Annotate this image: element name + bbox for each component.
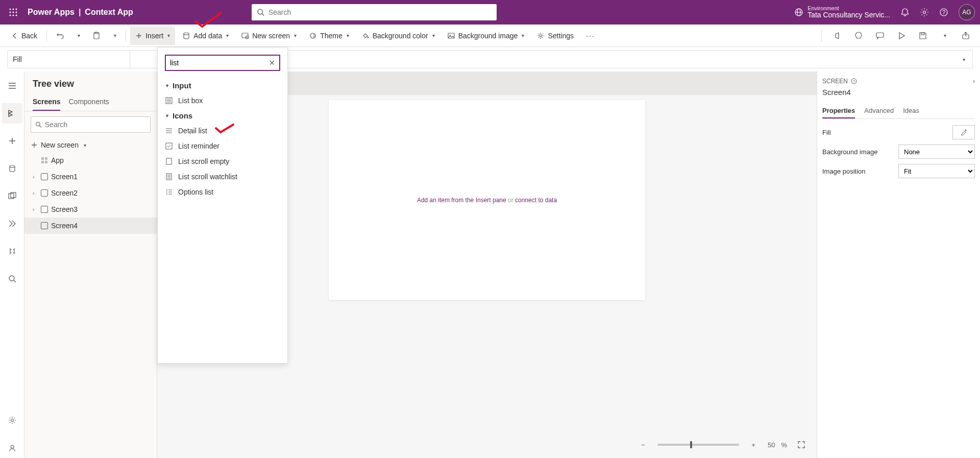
screen-name[interactable]: Screen4: [822, 88, 975, 97]
expand-panel-icon[interactable]: ›: [973, 78, 975, 85]
svg-point-26: [540, 35, 542, 37]
image-position-select[interactable]: Fit: [898, 164, 975, 178]
main-area: Tree view Screens Components New screen …: [0, 71, 980, 458]
bg-color-button[interactable]: Background color ▾: [356, 27, 440, 45]
svg-point-1: [13, 9, 14, 10]
insert-item-detail-list[interactable]: Detail list: [158, 123, 287, 138]
undo-dropdown[interactable]: ▾: [71, 27, 85, 45]
environment-picker[interactable]: Environment Tata Consultancy Servic...: [794, 5, 890, 19]
placeholder-or: or: [506, 197, 515, 204]
tree-view-rail-icon[interactable]: [2, 103, 22, 124]
tree-search[interactable]: [31, 116, 151, 133]
preview-icon[interactable]: [893, 28, 910, 44]
checker-icon[interactable]: [850, 28, 867, 44]
help-icon[interactable]: ?: [939, 8, 948, 17]
undo-button[interactable]: [51, 27, 69, 45]
notifications-icon[interactable]: [900, 8, 910, 17]
bg-image-select[interactable]: None: [898, 144, 975, 159]
plus-icon: [135, 32, 142, 39]
insert-group-input[interactable]: ▾ Input: [158, 78, 287, 93]
tree-node-screen3[interactable]: › Screen3: [24, 201, 157, 218]
back-button[interactable]: Back: [6, 27, 42, 45]
paste-button[interactable]: [87, 27, 106, 45]
svg-rect-41: [41, 161, 44, 163]
insert-item-options-list[interactable]: Options list: [158, 184, 287, 200]
insert-button[interactable]: Insert ▾: [130, 27, 175, 45]
clear-search-icon[interactable]: ✕: [269, 59, 275, 67]
hamburger-icon[interactable]: [2, 76, 22, 96]
insert-item-list-scroll-watchlist[interactable]: List scroll watchlist: [158, 169, 287, 184]
options-list-icon: [165, 188, 173, 196]
formula-expand-button[interactable]: ▾: [954, 51, 972, 68]
connect-data-link[interactable]: connect to data: [515, 197, 557, 204]
tree-node-app[interactable]: App: [24, 152, 157, 168]
insert-label: Insert: [145, 32, 163, 40]
fill-color-button[interactable]: [952, 125, 975, 139]
screen-surface[interactable]: Add an item from the Insert pane or conn…: [329, 100, 645, 300]
svg-point-45: [965, 130, 967, 131]
new-screen-button[interactable]: New screen ▾: [24, 138, 157, 152]
settings-icon[interactable]: [920, 8, 929, 17]
separator: [46, 30, 47, 42]
zoom-slider[interactable]: [657, 444, 739, 446]
waffle-icon[interactable]: [5, 4, 21, 20]
insert-search[interactable]: ✕: [165, 55, 280, 71]
tab-properties[interactable]: Properties: [822, 104, 855, 118]
zoom-in-button[interactable]: +: [745, 437, 762, 453]
insert-item-list-box[interactable]: List box: [158, 93, 287, 108]
tab-screens[interactable]: Screens: [33, 93, 60, 111]
data-rail-icon[interactable]: [2, 158, 22, 179]
theme-button[interactable]: Theme ▾: [304, 27, 354, 45]
fit-screen-button[interactable]: [793, 437, 810, 453]
user-avatar[interactable]: AG: [959, 4, 975, 20]
insert-item-list-reminder[interactable]: List reminder: [158, 138, 287, 154]
settings-rail-icon[interactable]: [2, 410, 22, 430]
insert-rail-icon[interactable]: [2, 131, 22, 151]
media-rail-icon[interactable]: [2, 186, 22, 206]
fill-label: Fill: [822, 129, 831, 136]
bg-image-button[interactable]: Background image ▾: [442, 27, 530, 45]
publish-icon[interactable]: [958, 28, 974, 44]
product-name[interactable]: Power Apps: [28, 8, 75, 17]
new-screen-button[interactable]: New screen ▾: [236, 27, 302, 45]
group-label: Icons: [173, 111, 192, 120]
global-search[interactable]: [252, 4, 497, 20]
tree-node-screen2[interactable]: › Screen2: [24, 185, 157, 201]
add-data-button[interactable]: Add data ▾: [177, 27, 234, 45]
save-dropdown[interactable]: ▾: [936, 28, 952, 44]
global-search-input[interactable]: [268, 8, 492, 16]
variables-rail-icon[interactable]: [2, 241, 22, 261]
item-label: Options list: [178, 188, 213, 196]
tree-node-screen4[interactable]: Screen4: [24, 218, 157, 234]
paste-dropdown[interactable]: ▾: [108, 27, 121, 45]
context-app-name[interactable]: Context App: [85, 8, 133, 17]
insert-group-icons[interactable]: ▾ Icons: [158, 108, 287, 123]
settings-label: Settings: [548, 32, 574, 40]
info-icon[interactable]: ?: [851, 78, 857, 84]
svg-point-7: [13, 15, 14, 16]
gear-icon: [536, 32, 545, 40]
settings-button[interactable]: Settings: [531, 27, 579, 45]
virtual-agent-rail-icon[interactable]: [2, 438, 22, 458]
insert-pane-link[interactable]: Add an item from the Insert pane: [417, 197, 506, 204]
tab-advanced[interactable]: Advanced: [864, 104, 894, 118]
zoom-out-button[interactable]: −: [635, 437, 651, 453]
comment-icon[interactable]: [872, 28, 888, 44]
insert-item-list-scroll-empty[interactable]: List scroll empty: [158, 154, 287, 169]
tree-search-input[interactable]: [45, 120, 146, 129]
save-icon[interactable]: [915, 28, 931, 44]
more-button[interactable]: ···: [581, 27, 600, 45]
item-label: List box: [178, 97, 203, 105]
tab-components[interactable]: Components: [68, 93, 109, 111]
tab-ideas[interactable]: Ideas: [903, 104, 919, 118]
zoom-thumb[interactable]: [690, 441, 692, 448]
list-scroll-empty-icon: [165, 157, 173, 165]
formula-property-selector[interactable]: Fill: [8, 51, 130, 68]
search-rail-icon[interactable]: [2, 269, 22, 289]
share-icon[interactable]: [829, 28, 845, 44]
flows-rail-icon[interactable]: [2, 213, 22, 234]
svg-text:?: ?: [942, 9, 945, 15]
tree-node-screen1[interactable]: › Screen1: [24, 168, 157, 185]
insert-search-input[interactable]: [170, 59, 269, 67]
svg-point-8: [16, 15, 17, 16]
